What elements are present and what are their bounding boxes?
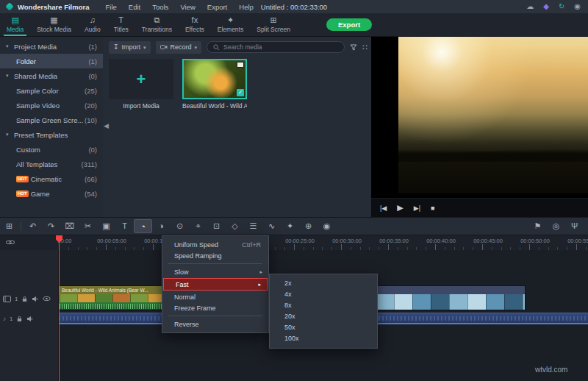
menu-export[interactable]: Export <box>207 3 227 11</box>
filter-icon[interactable] <box>350 44 357 51</box>
import-media-tile[interactable]: + <box>109 59 173 99</box>
import-dropdown[interactable]: ↧ Import <box>109 41 151 54</box>
media-tab-icon: ▤ <box>11 16 18 24</box>
video-track-icon[interactable] <box>3 296 11 302</box>
menu-item-uniform-speed[interactable]: Uniform Speed Ctrl+R <box>162 239 268 250</box>
collapse-panel-handle[interactable]: ◀ <box>104 122 109 129</box>
split-icon[interactable]: ✂ <box>79 219 97 233</box>
sidebar-item-sample-color[interactable]: Sample Color (25) <box>0 83 103 98</box>
elements-tab-icon: ✦ <box>227 16 234 24</box>
plus-icon: + <box>137 70 146 89</box>
menu-edit[interactable]: Edit <box>129 3 140 11</box>
tab-media[interactable]: ▤ Media <box>0 13 30 36</box>
denoise-icon[interactable]: ∿ <box>262 219 281 233</box>
lock-icon[interactable] <box>16 316 23 322</box>
tab-stock-media[interactable]: ▦ Stock Media <box>30 13 78 36</box>
prev-frame-icon[interactable]: |◀ <box>380 204 387 212</box>
sync-icon[interactable]: ↻ <box>559 0 564 13</box>
menu-item-4x[interactable]: 4x <box>270 289 377 300</box>
tab-audio[interactable]: ♫ Audio <box>78 13 107 36</box>
stabilize-icon[interactable]: ⌖ <box>189 219 207 233</box>
menu-item-fast[interactable]: Fast <box>163 278 268 291</box>
effects-icon[interactable]: ✦ <box>281 219 299 233</box>
keyframe-icon[interactable]: ◇ <box>226 219 244 233</box>
ruler-label: 00:00:45:00 <box>473 238 503 244</box>
sidebar-item-cinematic[interactable]: HOT Cinematic (66) <box>0 171 103 186</box>
delete-icon[interactable]: ⌧ <box>60 219 79 233</box>
sidebar-item-custom[interactable]: Custom (0) <box>0 142 103 157</box>
sidebar-item-project-media[interactable]: Project Media (1) <box>0 39 103 54</box>
menu-item-speed-ramping[interactable]: Speed Ramping <box>162 250 268 261</box>
ruler-label: 00:00:05:00 <box>97 238 126 244</box>
chroma-key-icon[interactable]: ⊙ <box>171 219 189 233</box>
record-screen-icon[interactable]: ◉ <box>318 219 336 233</box>
snapshot-icon[interactable]: ◎ <box>547 219 565 233</box>
track-number: 1 <box>15 296 18 302</box>
timeline-ruler[interactable]: 00:00 00:00:05:00 00:00:10:00 00:00:15:0… <box>59 235 588 250</box>
menu-item-50x[interactable]: 50x <box>270 322 377 333</box>
menu-file[interactable]: File <box>106 3 117 11</box>
tab-transitions[interactable]: ⧉ Transitions <box>135 13 179 36</box>
record-dropdown[interactable]: Record <box>156 41 202 54</box>
color-icon[interactable]: ◑ <box>152 219 171 233</box>
export-button[interactable]: Export <box>326 18 372 31</box>
link-clips-icon[interactable] <box>6 239 15 246</box>
tab-effects[interactable]: fx Effects <box>179 13 211 36</box>
timeline-ruler-row: 00:00 00:00:05:00 00:00:10:00 00:00:15:0… <box>0 235 588 250</box>
sidebar-item-sample-video[interactable]: Sample Video (20) <box>0 98 103 113</box>
menu-view[interactable]: View <box>180 3 195 11</box>
audio-mixer-icon[interactable]: ☰ <box>244 219 262 233</box>
eye-icon[interactable] <box>43 296 51 302</box>
tabbar: ▤ Media ▦ Stock Media ♫ Audio T Titles ⧉… <box>0 13 588 37</box>
stop-icon[interactable]: ■ <box>431 204 434 212</box>
media-clip-thumbnail[interactable] <box>182 59 247 99</box>
hot-badge: HOT <box>16 176 29 182</box>
sidebar-item-shared-media[interactable]: Shared Media (0) <box>0 68 103 83</box>
media-view-icon[interactable]: ⊞ <box>0 219 18 233</box>
menu-tools[interactable]: Tools <box>152 3 168 11</box>
account-icon[interactable]: ◉ <box>574 0 581 13</box>
grid-view-icon[interactable]: ∷ <box>362 43 368 52</box>
menu-item-reverse[interactable]: Reverse <box>162 318 268 330</box>
tab-label: Stock Media <box>37 26 71 33</box>
media-browser: ↧ Import Record ∷ + Import Media Beautif… <box>103 37 371 217</box>
zoom-track-icon[interactable]: ⊕ <box>299 219 318 233</box>
premium-icon[interactable]: ◆ <box>543 0 549 13</box>
menu-item-8x[interactable]: 8x <box>270 300 377 311</box>
lock-icon[interactable] <box>21 296 28 302</box>
sidebar-item-all-templates[interactable]: All Templates (311) <box>0 157 103 171</box>
tab-elements[interactable]: ✦ Elements <box>211 13 250 36</box>
next-frame-icon[interactable]: ▶| <box>414 204 420 212</box>
menu-item-20x[interactable]: 20x <box>270 311 377 322</box>
tab-split-screen[interactable]: ⊞ Split Screen <box>250 13 297 36</box>
menu-item-2x[interactable]: 2x <box>270 278 377 289</box>
sidebar-item-game[interactable]: HOT Game (54) <box>0 186 103 201</box>
search-input[interactable] <box>223 43 338 51</box>
playback-controls: |◀ ▶ ▶| ■ <box>371 198 588 217</box>
menu-item-normal[interactable]: Normal <box>162 291 268 302</box>
mute-icon[interactable] <box>32 296 39 302</box>
filmora-logo-icon <box>5 2 13 10</box>
sidebar-item-preset-templates[interactable]: Preset Templates <box>0 127 103 142</box>
crop-icon[interactable]: ▣ <box>97 219 115 233</box>
sidebar-item-sample-green-screen[interactable]: Sample Green Scre... (10) <box>0 113 103 127</box>
titlebar: Wondershare Filmora File Edit Tools View… <box>0 0 588 13</box>
ruler-label: 00:00:30:00 <box>332 238 362 244</box>
sidebar-item-folder[interactable]: Folder (1) <box>0 54 103 68</box>
voiceover-icon[interactable]: Ψ <box>565 219 584 233</box>
fit-icon[interactable]: ⊡ <box>207 219 226 233</box>
playhead[interactable] <box>59 235 60 381</box>
menu-item-100x[interactable]: 100x <box>270 333 377 344</box>
menu-item-slow[interactable]: Slow <box>162 266 268 277</box>
undo-icon[interactable]: ↶ <box>24 219 42 233</box>
menu-help[interactable]: Help <box>239 3 254 11</box>
tab-titles[interactable]: T Titles <box>107 13 135 36</box>
redo-icon[interactable]: ↷ <box>42 219 60 233</box>
quick-text-icon[interactable]: T <box>115 219 134 233</box>
menu-item-freeze-frame[interactable]: Freeze Frame <box>162 302 268 313</box>
mute-icon[interactable] <box>26 316 34 322</box>
play-icon[interactable]: ▶ <box>397 203 403 213</box>
cloud-icon[interactable]: ☁ <box>526 0 534 13</box>
marker-icon[interactable]: ⚑ <box>528 219 547 233</box>
speed-icon[interactable]: ◔ <box>134 219 152 233</box>
